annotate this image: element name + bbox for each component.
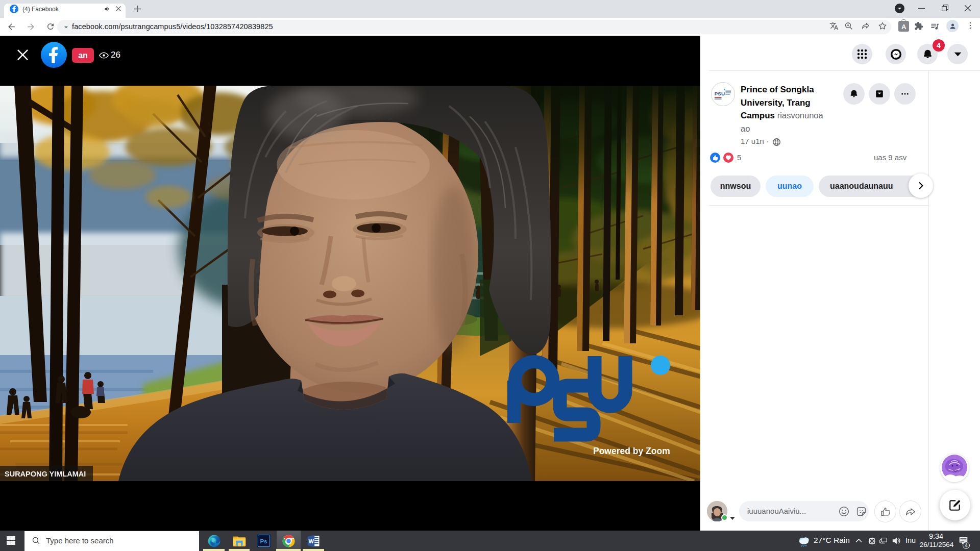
svg-text:PSU: PSU [715, 91, 725, 96]
svg-text:Ps: Ps [260, 538, 267, 544]
svg-text:W: W [309, 538, 314, 544]
svg-text:Powered by Zoom: Powered by Zoom [593, 446, 670, 456]
svg-text:SURAPONG YIMLAMAI: SURAPONG YIMLAMAI [5, 470, 86, 478]
